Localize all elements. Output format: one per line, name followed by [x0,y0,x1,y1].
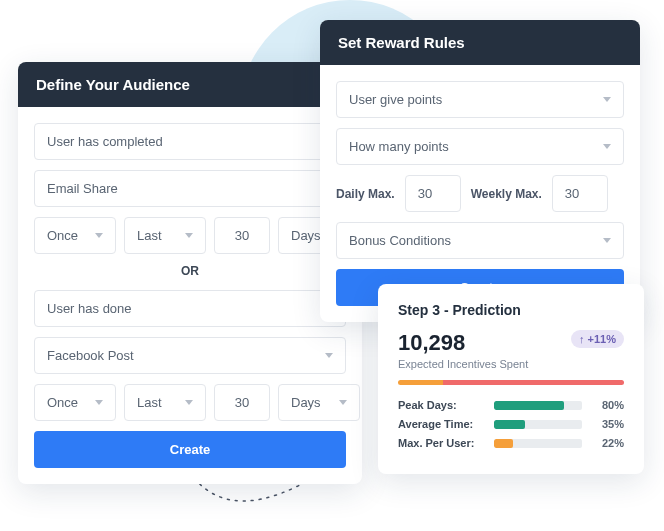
period-select[interactable]: Last [124,384,206,421]
select-value: How many points [349,139,449,154]
reward-card: Set Reward Rules User give points How ma… [320,20,640,322]
audience-condition-select[interactable]: User has completed [34,123,346,160]
prediction-subtitle: Expected Incentives Spent [398,358,624,370]
metric-bar [494,439,582,448]
number-input[interactable]: 30 [214,384,270,421]
metric-percent: 35% [592,418,624,430]
bonus-conditions-select[interactable]: Bonus Conditions [336,222,624,259]
select-value: Email Share [47,181,118,196]
reward-type-select[interactable]: User give points [336,81,624,118]
prediction-value: 10,298 [398,330,465,356]
daily-max-label: Daily Max. [336,187,395,201]
frequency-select[interactable]: Once [34,384,116,421]
chevron-down-icon [325,353,333,358]
weekly-max-input[interactable]: 30 [552,175,608,212]
period-select[interactable]: Last [124,217,206,254]
or-divider: OR [34,264,346,278]
change-badge: ↑ +11% [571,330,624,348]
chevron-down-icon [603,144,611,149]
metric-label: Max. Per User: [398,437,484,449]
chevron-down-icon [339,400,347,405]
horizontal-bar [398,380,624,385]
unit-select[interactable]: Days [278,384,360,421]
metric-row: Max. Per User:22% [398,437,624,449]
metric-percent: 80% [592,399,624,411]
chevron-down-icon [603,238,611,243]
weekly-max-label: Weekly Max. [471,187,542,201]
metric-row: Peak Days:80% [398,399,624,411]
prediction-title: Step 3 - Prediction [398,302,624,318]
chevron-down-icon [95,233,103,238]
audience-title: Define Your Audience [18,62,362,107]
audience-card: Define Your Audience User has completed … [18,62,362,484]
chevron-down-icon [185,400,193,405]
select-value: Bonus Conditions [349,233,451,248]
create-button[interactable]: Create [34,431,346,468]
metric-row: Average Time:35% [398,418,624,430]
metric-bar [494,401,582,410]
audience-action-select[interactable]: Email Share [34,170,346,207]
metric-label: Peak Days: [398,399,484,411]
metric-bar [494,420,582,429]
select-value: User has done [47,301,132,316]
reward-title: Set Reward Rules [320,20,640,65]
chevron-down-icon [185,233,193,238]
audience-action-select-2[interactable]: Facebook Post [34,337,346,374]
daily-max-input[interactable]: 30 [405,175,461,212]
reward-amount-select[interactable]: How many points [336,128,624,165]
chevron-down-icon [603,97,611,102]
select-value: User give points [349,92,442,107]
audience-condition-select-2[interactable]: User has done [34,290,346,327]
metric-label: Average Time: [398,418,484,430]
select-value: User has completed [47,134,163,149]
frequency-select[interactable]: Once [34,217,116,254]
prediction-card: Step 3 - Prediction 10,298 ↑ +11% Expect… [378,284,644,474]
select-value: Facebook Post [47,348,134,363]
number-input[interactable]: 30 [214,217,270,254]
chevron-down-icon [95,400,103,405]
metric-percent: 22% [592,437,624,449]
